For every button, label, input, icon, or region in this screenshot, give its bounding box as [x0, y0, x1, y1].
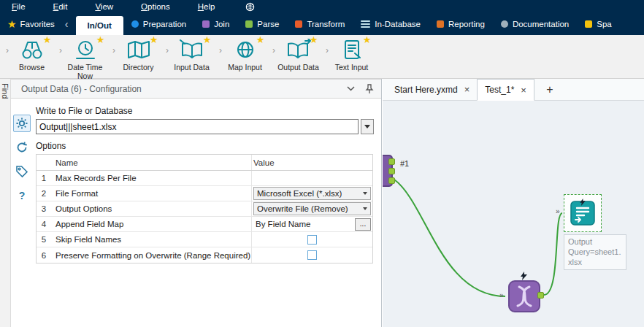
table-row: 5 Skip Field Names [37, 232, 372, 247]
row-number: 3 [37, 204, 51, 213]
tab-spatial-label: Spa [597, 20, 611, 28]
skip-field-names-checkbox[interactable] [307, 235, 317, 245]
tab-preparation-label: Preparation [143, 20, 186, 28]
pin-icon[interactable] [365, 84, 374, 94]
workflow-tab-test1[interactable]: Test_1* × [477, 79, 534, 101]
lightning-bolt-icon [580, 196, 586, 209]
preparation-category-icon [131, 20, 139, 28]
menu-options[interactable]: Options [141, 2, 170, 11]
drag-chevron-icon: › [112, 45, 115, 55]
ribbon-scroll-left-icon[interactable]: ‹ [64, 18, 76, 30]
tool-label: Directory [123, 63, 153, 72]
output-data-icon [285, 39, 312, 61]
tab-in-out[interactable]: In/Out [76, 16, 123, 35]
tab-reporting[interactable]: Reporting [429, 13, 493, 35]
menu-edit[interactable]: Edit [53, 2, 68, 11]
find-label[interactable]: Find [1, 79, 9, 99]
append-field-map-browse-button[interactable]: ... [355, 218, 371, 231]
menu-help[interactable]: Help [198, 2, 215, 11]
tool-text-input[interactable]: › ★ Text Input [329, 38, 375, 72]
tool-date-time-now[interactable]: › ★ Date Time Now [62, 38, 108, 80]
tab-join[interactable]: Join [194, 13, 237, 35]
drag-chevron-icon: › [6, 45, 9, 55]
input-data-icon [179, 39, 205, 61]
tool-map-input[interactable]: › ★ Map Input [222, 38, 268, 72]
tab-transform[interactable]: Transform [287, 13, 353, 35]
output-data-tool-selected[interactable] [564, 194, 602, 232]
transform-category-icon [295, 20, 302, 28]
tab-in-database[interactable]: In-Database [353, 13, 429, 35]
tab-preparation[interactable]: Preparation [123, 13, 194, 35]
drag-chevron-icon: › [326, 45, 329, 55]
sync-icon[interactable] [13, 139, 31, 156]
join-output-anchor-join[interactable] [388, 168, 395, 174]
find-sidebar: Find [0, 79, 11, 327]
tab-documentation[interactable]: Documentation [493, 13, 577, 35]
output-path-input[interactable] [36, 119, 359, 134]
workflow-tab-start-here[interactable]: Start Here.yxmd × [387, 79, 477, 100]
tool-output-data[interactable]: › ★ Output Data [275, 38, 321, 72]
options-table: Name Value 1 Max Records Per File 2 File… [36, 154, 373, 263]
favorite-star-icon[interactable]: ★ [150, 35, 158, 45]
tab-transform-label: Transform [307, 20, 345, 28]
join-output-anchor-left[interactable] [388, 158, 395, 165]
max-records-value-cell[interactable] [251, 171, 372, 185]
purple-tool-output-anchor[interactable] [537, 292, 544, 299]
tab-parse[interactable]: Parse [237, 13, 287, 35]
tab-parse-label: Parse [257, 20, 279, 28]
table-row: 2 File Format Microsoft Excel (*.xlsx) [37, 186, 372, 201]
output-options-dropdown[interactable]: Overwrite File (Remove) [253, 202, 371, 215]
connection-label: #1 [400, 159, 409, 168]
option-name: Skip Field Names [51, 235, 251, 244]
tool-browse[interactable]: › ★ Browse [9, 38, 55, 72]
tab-in-database-label: In-Database [375, 20, 421, 28]
tab-favorites[interactable]: ★ Favorites [0, 19, 64, 29]
tool-input-data[interactable]: › ★ Input Data [169, 38, 215, 72]
output-options-value: Overwrite File (Remove) [257, 204, 348, 213]
globe-icon[interactable] [245, 2, 255, 12]
documentation-category-icon [501, 20, 508, 28]
output-tool-input-anchor[interactable]: » [556, 207, 560, 215]
collapse-chevron-icon[interactable] [347, 86, 355, 91]
tool-directory[interactable]: › ★ Directory [115, 38, 161, 72]
tag-icon[interactable] [13, 163, 31, 180]
tab-reporting-label: Reporting [448, 20, 485, 28]
favorite-star-icon[interactable]: ★ [96, 35, 105, 45]
favorites-star-icon: ★ [7, 19, 17, 29]
text-input-icon [339, 39, 365, 61]
favorite-star-icon[interactable]: ★ [203, 35, 212, 45]
configuration-title: Output Data (6) - Configuration [21, 84, 337, 94]
menu-file[interactable]: File [12, 2, 26, 11]
configuration-panel: Output Data (6) - Configuration ? [11, 79, 382, 327]
close-icon[interactable]: × [464, 84, 470, 95]
close-icon[interactable]: × [521, 85, 526, 96]
option-name: Output Options [51, 204, 251, 213]
table-row: 6 Preserve Formatting on Overwrite (Rang… [37, 247, 372, 263]
file-format-dropdown[interactable]: Microsoft Excel (*.xlsx) [253, 187, 371, 200]
favorite-star-icon[interactable]: ★ [256, 35, 265, 45]
favorite-star-icon[interactable]: ★ [363, 35, 372, 45]
settings-gear-icon[interactable] [13, 115, 31, 132]
favorite-star-icon[interactable]: ★ [310, 35, 318, 45]
tab-in-out-label: In/Out [88, 21, 112, 30]
drag-chevron-icon: › [219, 45, 222, 55]
output-path-dropdown-button[interactable] [361, 119, 374, 134]
tab-spatial[interactable]: Spa [577, 13, 619, 35]
directory-icon [126, 39, 152, 61]
join-output-anchor-right[interactable] [388, 177, 395, 184]
favorite-star-icon[interactable]: ★ [43, 35, 52, 45]
help-icon[interactable]: ? [13, 187, 31, 204]
row-number: 4 [37, 220, 51, 228]
menu-view[interactable]: View [95, 2, 113, 11]
tool-label: Map Input [228, 63, 262, 72]
tool-annotation[interactable]: Output Query=sheet1.xlsx [564, 234, 626, 270]
purple-join-tool[interactable] [508, 280, 540, 312]
row-number: 1 [37, 174, 51, 182]
purple-tool-input-anchor[interactable]: » [499, 291, 504, 299]
configuration-header: Output Data (6) - Configuration [11, 79, 381, 99]
option-name: File Format [51, 189, 251, 198]
workflow-canvas[interactable]: #1 » » Output Query=sheet1.xlsx [383, 101, 644, 326]
configuration-icon-strip: ? [11, 99, 33, 327]
new-workflow-tab-button[interactable]: + [542, 82, 558, 98]
preserve-formatting-checkbox[interactable] [307, 250, 317, 260]
